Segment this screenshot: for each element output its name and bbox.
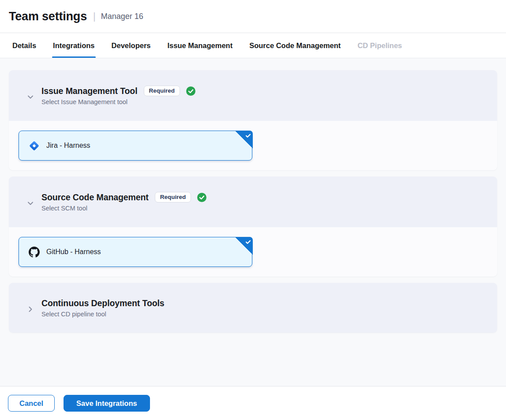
page-header: Team settings | Manager 16	[0, 0, 506, 33]
selected-corner-check-icon	[235, 131, 253, 148]
jira-icon	[29, 140, 40, 151]
chevron-right-icon[interactable]	[26, 305, 34, 313]
tab-source-code-management[interactable]: Source Code Management	[249, 33, 341, 58]
section-title: Source Code Management	[41, 192, 149, 202]
section-continuous-deployment-tools: Continuous Deployment Tools Select CD pi…	[9, 283, 497, 333]
page-title: Team settings	[9, 10, 87, 23]
page-subtitle: Manager 16	[101, 12, 143, 21]
tab-details[interactable]: Details	[12, 33, 36, 58]
chevron-down-icon[interactable]	[26, 199, 34, 207]
required-badge: Required	[144, 86, 180, 96]
tab-integrations[interactable]: Integrations	[53, 33, 94, 58]
section-subtitle: Select CD pipeline tool	[41, 311, 165, 318]
section-cd-header[interactable]: Continuous Deployment Tools Select CD pi…	[9, 283, 497, 333]
tool-label: Jira - Harness	[46, 142, 90, 150]
tool-card-github[interactable]: GitHub - Harness	[19, 237, 252, 267]
section-title: Issue Management Tool	[41, 86, 138, 96]
section-subtitle: Select SCM tool	[41, 205, 206, 212]
integrations-panel: Issue Management Tool Required Select Is…	[0, 58, 506, 386]
section-scm-header[interactable]: Source Code Management Required Select S…	[9, 176, 497, 227]
section-issue-management-header[interactable]: Issue Management Tool Required Select Is…	[9, 70, 497, 121]
tool-label: GitHub - Harness	[46, 248, 101, 256]
tab-cd-pipelines: CD Pipelines	[357, 33, 402, 58]
save-integrations-button[interactable]: Save Integrations	[64, 395, 150, 412]
action-footer: Cancel Save Integrations	[0, 386, 506, 420]
selected-corner-check-icon	[235, 237, 253, 255]
chevron-down-icon[interactable]	[26, 93, 34, 101]
tab-bar: Details Integrations Developers Issue Ma…	[0, 33, 506, 58]
check-circle-icon	[186, 86, 195, 96]
tab-developers[interactable]: Developers	[112, 33, 151, 58]
title-separator: |	[93, 11, 96, 22]
cancel-button[interactable]: Cancel	[8, 395, 55, 412]
section-title: Continuous Deployment Tools	[41, 298, 165, 308]
check-circle-icon	[197, 193, 206, 202]
section-source-code-management: Source Code Management Required Select S…	[9, 176, 497, 277]
section-scm-body: GitHub - Harness	[9, 227, 497, 277]
section-issue-management-tool: Issue Management Tool Required Select Is…	[9, 70, 497, 170]
tool-card-jira[interactable]: Jira - Harness	[19, 131, 252, 161]
required-badge: Required	[155, 192, 191, 202]
section-subtitle: Select Issue Management tool	[41, 98, 195, 105]
github-icon	[29, 247, 40, 258]
tab-issue-management[interactable]: Issue Management	[168, 33, 233, 58]
section-issue-management-body: Jira - Harness	[9, 121, 497, 170]
